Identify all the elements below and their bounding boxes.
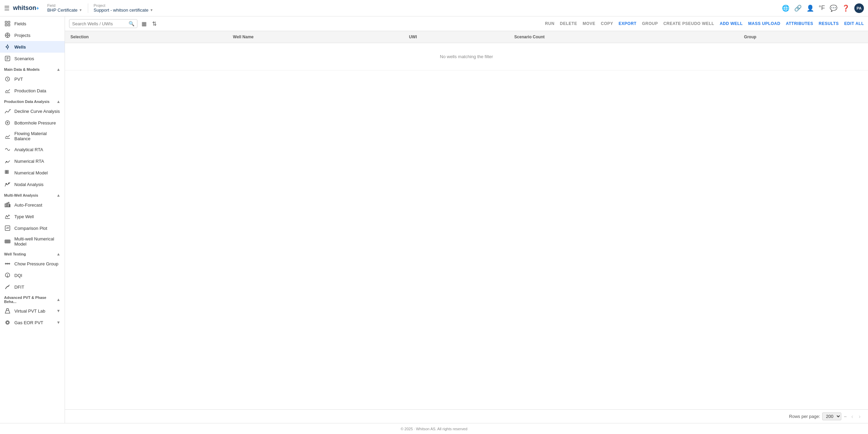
svg-rect-28 — [5, 172, 6, 174]
sidebar-item-decline-curve-analysis[interactable]: Decline Curve Analysis — [0, 105, 65, 117]
sidebar-item-multi-well-numerical-model[interactable]: Multi-well Numerical Model — [0, 234, 65, 249]
sidebar-item-comparison-plot[interactable]: Comparison Plot — [0, 222, 65, 234]
gas-eor-pvt-arrow: ▼ — [56, 320, 61, 325]
sidebar-item-fields[interactable]: Fields — [0, 18, 65, 29]
project-select[interactable]: Support - whitson certificate ▼ — [94, 8, 153, 13]
sidebar-item-label: DQI — [14, 273, 22, 278]
run-button[interactable]: RUN — [545, 20, 555, 27]
create-pseudo-well-button[interactable]: CREATE PSEUDO WELL — [663, 20, 714, 27]
avatar[interactable]: PA — [854, 3, 864, 13]
sidebar-item-nodal-analysis[interactable]: Nodal Analysis — [0, 179, 65, 190]
sidebar-item-label: Gas EOR PVT — [14, 320, 43, 325]
auto-forecast-icon — [4, 201, 11, 208]
sidebar-item-gas-eor-pvt[interactable]: Gas EOR PVT ▼ — [0, 317, 65, 328]
delete-button[interactable]: DELETE — [560, 20, 577, 27]
svg-point-10 — [6, 46, 9, 48]
prev-page-button[interactable]: ‹ — [849, 413, 855, 420]
mass-upload-button[interactable]: MASS UPLOAD — [748, 20, 780, 27]
svg-point-46 — [9, 263, 10, 264]
svg-rect-35 — [10, 205, 10, 207]
edit-all-button[interactable]: EDIT ALL — [844, 20, 864, 27]
wells-data-table: Selection Well Name UWI Scenario Count G… — [65, 31, 868, 70]
virtual-pvt-lab-arrow: ▼ — [56, 308, 61, 313]
svg-rect-1 — [8, 21, 10, 23]
rows-per-page-select[interactable]: 200 50 100 — [822, 412, 841, 420]
chow-pressure-group-icon — [4, 260, 11, 267]
sidebar-item-scenarios[interactable]: Scenarios — [0, 53, 65, 64]
sidebar-item-label: Production Data — [14, 88, 46, 93]
col-group: Group — [738, 31, 868, 43]
pagination-bar: Rows per page: 200 50 100 – ‹ › — [65, 409, 868, 423]
chat-icon[interactable]: 💬 — [830, 4, 837, 12]
sidebar-item-dqi[interactable]: DQI — [0, 269, 65, 281]
results-button[interactable]: RESULTS — [819, 20, 839, 27]
logo: whitson+ — [13, 4, 39, 12]
sidebar-section-header-multi-well[interactable]: Multi-Well Analysis ▲ — [0, 190, 65, 199]
sidebar-item-projects[interactable]: Projects — [0, 29, 65, 41]
globe-icon[interactable]: 🌐 — [782, 4, 789, 12]
sidebar-section-header-main-data[interactable]: Main Data & Models ▲ — [0, 64, 65, 73]
move-button[interactable]: MOVE — [583, 20, 595, 27]
sidebar-item-dfit[interactable]: DFIT — [0, 281, 65, 293]
menu-icon[interactable]: ☰ — [4, 4, 10, 12]
sidebar-item-wells[interactable]: Wells — [0, 41, 65, 53]
group-button[interactable]: GROUP — [642, 20, 658, 27]
sidebar-section-header-well-testing[interactable]: Well Testing ▲ — [0, 249, 65, 258]
col-well-name: Well Name — [227, 31, 403, 43]
sidebar-item-label: Numerical Model — [14, 170, 48, 175]
copy-button[interactable]: COPY — [601, 20, 613, 27]
attributes-button[interactable]: ATTRIBUTES — [786, 20, 813, 27]
rows-per-page-label: Rows per page: — [789, 414, 820, 419]
wells-toolbar: 🔍 ▦ ⇅ RUN DELETE MOVE COPY EXPORT GROUP … — [65, 16, 868, 31]
user-circle-icon[interactable]: 👤 — [806, 4, 814, 12]
section-label: Production Data Analysis — [4, 100, 50, 104]
fields-icon — [4, 20, 11, 27]
svg-point-5 — [7, 35, 9, 36]
sidebar-item-virtual-pvt-lab[interactable]: Virtual PVT Lab ▼ — [0, 305, 65, 317]
sidebar-item-type-well[interactable]: Type Well — [0, 211, 65, 222]
sidebar-section-header-advanced-pvt[interactable]: Advanced PVT & Phase Beha... ▲ — [0, 293, 65, 305]
add-well-button[interactable]: ADD WELL — [720, 20, 743, 27]
sidebar-item-numerical-model[interactable]: Numerical Model — [0, 167, 65, 179]
next-page-button[interactable]: › — [857, 413, 863, 420]
project-label: Project — [94, 3, 153, 8]
top-header: ☰ whitson+ Field BHP Certificate ▼ Proje… — [0, 0, 868, 16]
sidebar-section-header-production-analysis[interactable]: Production Data Analysis ▲ — [0, 96, 65, 105]
sidebar-item-pvt[interactable]: PVT — [0, 73, 65, 85]
svg-point-20 — [10, 109, 11, 110]
sidebar-section-advanced-pvt: Advanced PVT & Phase Beha... ▲ Virtual P… — [0, 293, 65, 328]
section-label: Advanced PVT & Phase Beha... — [4, 295, 56, 304]
section-toggle-well-testing[interactable]: ▲ — [56, 252, 61, 257]
sidebar-item-production-data[interactable]: Production Data — [0, 85, 65, 96]
export-button[interactable]: EXPORT — [619, 20, 637, 27]
svg-rect-2 — [5, 24, 7, 26]
section-toggle-multi-well[interactable]: ▲ — [56, 193, 61, 198]
sidebar-item-auto-forecast[interactable]: Auto-Forecast — [0, 199, 65, 211]
sidebar-item-chow-pressure-group[interactable]: Chow Pressure Group — [0, 258, 65, 269]
sidebar-item-flowing-material-balance[interactable]: Flowing Material Balance — [0, 129, 65, 144]
sidebar-item-numerical-rta[interactable]: Numerical RTA — [0, 155, 65, 167]
sidebar-item-bottomhole-pressure[interactable]: Bottomhole Pressure — [0, 117, 65, 129]
empty-message: No wells matching the filter — [65, 43, 868, 70]
sort-icon[interactable]: ⇅ — [151, 20, 158, 28]
search-box[interactable]: 🔍 — [69, 19, 137, 28]
thermometer-icon[interactable]: °F — [819, 4, 825, 12]
field-select[interactable]: BHP Certificate ▼ — [47, 8, 82, 13]
search-icon: 🔍 — [129, 21, 134, 26]
section-toggle-production-analysis[interactable]: ▲ — [56, 99, 61, 104]
sidebar-item-label: Analytical RTA — [14, 147, 43, 152]
sidebar-item-label: Projects — [14, 33, 30, 38]
production-data-icon — [4, 87, 11, 94]
field-project-group: Field BHP Certificate ▼ Project Support … — [47, 3, 782, 13]
help-icon[interactable]: ❓ — [842, 4, 850, 12]
sidebar-item-analytical-rta[interactable]: Analytical RTA — [0, 144, 65, 155]
sidebar-item-label: Flowing Material Balance — [14, 131, 61, 141]
svg-point-50 — [7, 276, 8, 277]
link-icon[interactable]: 🔗 — [794, 4, 802, 12]
section-label: Multi-Well Analysis — [4, 193, 38, 197]
wells-table: Selection Well Name UWI Scenario Count G… — [65, 31, 868, 409]
search-input[interactable] — [72, 21, 126, 26]
filter-icon[interactable]: ▦ — [140, 20, 148, 28]
section-toggle-advanced-pvt[interactable]: ▲ — [56, 297, 61, 302]
section-toggle-main-data[interactable]: ▲ — [56, 67, 61, 72]
